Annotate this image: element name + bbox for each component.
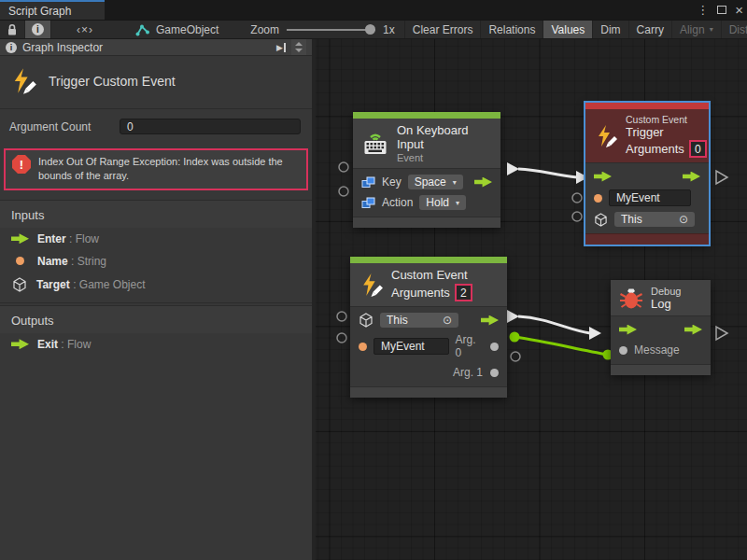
arg0-label: Arg. 0 — [456, 333, 484, 359]
lock-button[interactable] — [0, 21, 25, 38]
page-title: Trigger Custom Event — [49, 74, 176, 89]
port-keyboard-action — [339, 187, 348, 196]
node-title: Log — [651, 297, 681, 311]
string-port-icon — [594, 194, 602, 203]
step-up-icon[interactable] — [295, 42, 303, 46]
graph-canvas[interactable]: On Keyboard Input Event Key Space▾ — [316, 39, 747, 560]
argument-count-label: Argument Count — [9, 120, 120, 133]
message-port[interactable] — [619, 346, 627, 355]
node-header[interactable]: Debug Log — [611, 280, 711, 315]
titlebar: Script Graph ⋮ × — [0, 0, 747, 20]
info-icon: i — [32, 23, 44, 35]
flow-arrow-icon — [11, 339, 29, 349]
tab-label: Script Graph — [8, 5, 71, 18]
argument-count-input[interactable]: 0 — [120, 119, 301, 134]
target-dropdown[interactable]: This ⊙ — [380, 313, 458, 328]
output-row-exit: Exit : Flow — [0, 333, 312, 356]
node-on-keyboard-input[interactable]: On Keyboard Input Event Key Space▾ — [353, 112, 500, 228]
zoom-value: 1x — [383, 23, 395, 36]
menu-icon[interactable]: ⋮ — [697, 4, 709, 16]
input-row-target: Target : Game Object — [0, 273, 312, 297]
flow-in-port[interactable] — [619, 325, 637, 335]
gameobject-label: GameObject — [156, 23, 218, 36]
port-trigger-exit — [716, 171, 727, 184]
target-picker-icon[interactable]: ⊙ — [443, 314, 452, 327]
wire-keyboard-to-trigger — [518, 169, 577, 177]
action-label: Action — [382, 196, 413, 209]
flow-out-port[interactable] — [481, 315, 499, 326]
custom-event-icon — [359, 273, 384, 298]
target-picker-icon[interactable]: ⊙ — [679, 213, 688, 226]
inputs-section-header: Inputs — [0, 200, 312, 228]
node-error-bar — [585, 103, 709, 109]
port-trigger-name — [572, 193, 582, 203]
target-dropdown[interactable]: This ⊙ — [614, 212, 695, 227]
inspector-toggle-button[interactable]: i — [25, 21, 51, 38]
node-title: Trigger — [626, 125, 707, 139]
flow-out-port[interactable] — [684, 325, 702, 335]
info-icon: i — [6, 42, 17, 53]
chevron-down-icon: ▾ — [453, 178, 457, 187]
close-icon[interactable]: × — [735, 3, 743, 17]
event-name-field[interactable]: MyEvent — [609, 189, 691, 206]
arg1-label: Arg. 1 — [453, 366, 483, 379]
graph-inspector-panel: i Graph Inspector ▶ Trigger Custom Event — [0, 39, 312, 560]
node-category: Debug — [651, 286, 681, 297]
node-trigger-custom-event[interactable]: Custom Event Trigger Arguments 0 — [585, 103, 709, 245]
arguments-count-field[interactable]: 2 — [455, 284, 472, 301]
values-button[interactable]: Values — [543, 21, 593, 38]
tab-script-graph[interactable]: Script Graph — [0, 0, 105, 20]
align-button[interactable]: Align▾ — [672, 21, 722, 38]
bug-icon — [619, 287, 643, 310]
zoom-slider-knob[interactable] — [365, 24, 375, 35]
distribute-button[interactable]: Distribute▾ — [722, 21, 747, 38]
unit-title-block: Trigger Custom Event — [0, 56, 312, 109]
maximize-icon[interactable] — [717, 6, 726, 14]
port-event-name — [337, 333, 346, 343]
clear-errors-button[interactable]: Clear Errors — [405, 21, 482, 38]
input-row-name: Name : String — [0, 250, 312, 273]
outputs-section-header: Outputs — [0, 305, 312, 333]
string-port-icon — [359, 343, 367, 351]
arg1-port[interactable] — [490, 369, 499, 377]
script-graph-window: Script Graph ⋮ × i ‹×› GameObject Zoom — [0, 0, 747, 560]
custom-event-icon — [594, 124, 618, 148]
enum-icon — [361, 197, 375, 209]
node-footer — [585, 233, 709, 245]
string-port-icon — [16, 257, 24, 265]
step-down-icon[interactable] — [295, 49, 303, 52]
zoom-slider[interactable] — [287, 29, 375, 31]
error-message-text: Index Out Of Range Exception: Index was … — [38, 155, 300, 184]
code-icon: ‹×› — [77, 23, 93, 36]
carry-button[interactable]: Carry — [629, 21, 672, 38]
error-icon: ! — [12, 155, 31, 174]
custom-event-icon — [9, 67, 37, 95]
flow-out-port[interactable] — [683, 172, 700, 182]
code-view-button[interactable]: ‹×› — [70, 21, 100, 38]
arguments-count-field[interactable]: 0 — [689, 140, 707, 158]
key-dropdown[interactable]: Space▾ — [408, 175, 463, 189]
dock-panel-icon[interactable]: ▶ — [276, 43, 286, 52]
node-debug-log[interactable]: Debug Log Message — [611, 280, 711, 375]
lock-icon — [7, 23, 18, 36]
node-custom-event[interactable]: Custom Event Arguments 2 This — [350, 257, 507, 398]
gameobject-selector[interactable]: GameObject — [126, 21, 228, 38]
node-title: On Keyboard Input — [397, 123, 492, 151]
graph-inspector-header: i Graph Inspector ▶ — [0, 39, 312, 56]
zoom-control: Zoom 1x — [241, 21, 404, 38]
arg0-port[interactable] — [490, 343, 499, 351]
node-header[interactable]: Custom Event Arguments 2 — [350, 263, 507, 306]
flow-out-port[interactable] — [474, 177, 492, 188]
keyboard-icon — [361, 131, 389, 156]
action-dropdown[interactable]: Hold▾ — [419, 195, 466, 210]
event-name-field[interactable]: MyEvent — [374, 338, 449, 355]
node-header[interactable]: Custom Event Trigger Arguments 0 — [585, 109, 709, 162]
wire-end-arrow — [589, 327, 601, 340]
dim-button[interactable]: Dim — [593, 21, 628, 38]
node-header[interactable]: On Keyboard Input Event — [353, 119, 500, 168]
flow-in-port[interactable] — [594, 172, 612, 182]
relations-button[interactable]: Relations — [481, 21, 543, 38]
panel-stepper[interactable] — [291, 39, 306, 55]
node-footer — [353, 217, 500, 228]
node-footer — [350, 386, 507, 398]
